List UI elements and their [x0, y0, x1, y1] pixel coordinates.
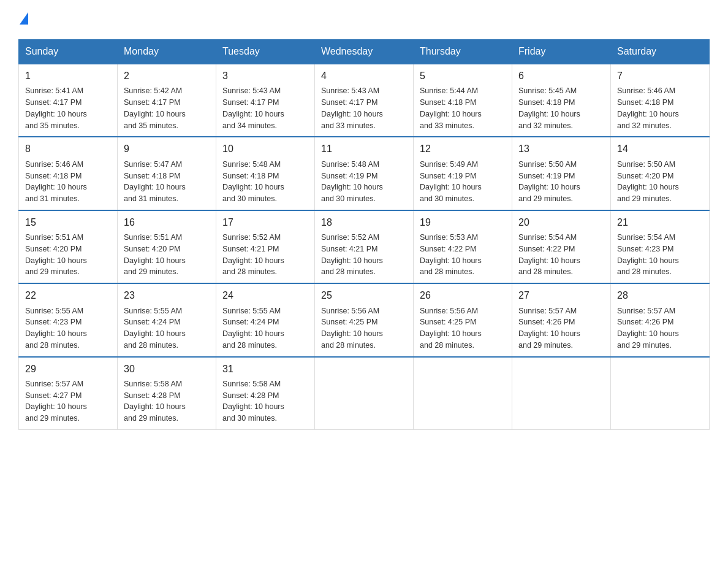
day-number: 16 — [124, 216, 210, 229]
day-info: Sunrise: 5:55 AMSunset: 4:24 PMDaylight:… — [124, 305, 210, 351]
day-number: 13 — [518, 142, 604, 156]
day-info: Sunrise: 5:45 AMSunset: 4:18 PMDaylight:… — [518, 85, 604, 131]
day-info: Sunrise: 5:57 AMSunset: 4:26 PMDaylight:… — [518, 305, 604, 351]
calendar-cell: 23Sunrise: 5:55 AMSunset: 4:24 PMDayligh… — [118, 283, 216, 356]
calendar-cell: 10Sunrise: 5:48 AMSunset: 4:18 PMDayligh… — [216, 137, 315, 210]
day-info: Sunrise: 5:42 AMSunset: 4:17 PMDaylight:… — [124, 85, 210, 131]
calendar-cell: 26Sunrise: 5:56 AMSunset: 4:25 PMDayligh… — [414, 283, 512, 356]
day-info: Sunrise: 5:55 AMSunset: 4:23 PMDaylight:… — [25, 305, 111, 351]
calendar-cell: 6Sunrise: 5:45 AMSunset: 4:18 PMDaylight… — [512, 64, 611, 137]
day-number: 10 — [222, 142, 308, 156]
day-info: Sunrise: 5:51 AMSunset: 4:20 PMDaylight:… — [124, 232, 210, 278]
calendar-cell: 16Sunrise: 5:51 AMSunset: 4:20 PMDayligh… — [118, 210, 216, 283]
day-info: Sunrise: 5:57 AMSunset: 4:27 PMDaylight:… — [25, 378, 111, 424]
logo-triangle-icon — [20, 12, 28, 25]
calendar-header-saturday: Saturday — [611, 40, 710, 64]
day-number: 23 — [124, 289, 210, 302]
calendar-cell: 8Sunrise: 5:46 AMSunset: 4:18 PMDaylight… — [19, 137, 118, 210]
calendar-week-row: 29Sunrise: 5:57 AMSunset: 4:27 PMDayligh… — [19, 357, 710, 430]
day-number: 1 — [25, 69, 111, 83]
calendar-cell: 1Sunrise: 5:41 AMSunset: 4:17 PMDaylight… — [19, 64, 118, 137]
day-number: 17 — [222, 216, 308, 229]
calendar-cell: 24Sunrise: 5:55 AMSunset: 4:24 PMDayligh… — [216, 283, 315, 356]
calendar-cell: 28Sunrise: 5:57 AMSunset: 4:26 PMDayligh… — [611, 283, 710, 356]
day-number: 19 — [420, 216, 506, 229]
day-number: 20 — [518, 216, 604, 229]
day-number: 7 — [617, 69, 703, 83]
day-number: 12 — [420, 142, 506, 156]
day-info: Sunrise: 5:48 AMSunset: 4:18 PMDaylight:… — [222, 159, 308, 205]
day-number: 24 — [222, 289, 308, 302]
day-info: Sunrise: 5:43 AMSunset: 4:17 PMDaylight:… — [321, 85, 407, 131]
day-info: Sunrise: 5:50 AMSunset: 4:19 PMDaylight:… — [518, 159, 604, 205]
day-info: Sunrise: 5:57 AMSunset: 4:26 PMDaylight:… — [617, 305, 703, 351]
day-info: Sunrise: 5:56 AMSunset: 4:25 PMDaylight:… — [420, 305, 506, 351]
calendar-week-row: 15Sunrise: 5:51 AMSunset: 4:20 PMDayligh… — [19, 210, 710, 283]
day-info: Sunrise: 5:41 AMSunset: 4:17 PMDaylight:… — [25, 85, 111, 131]
day-number: 14 — [617, 142, 703, 156]
calendar-cell: 2Sunrise: 5:42 AMSunset: 4:17 PMDaylight… — [118, 64, 216, 137]
calendar-cell: 17Sunrise: 5:52 AMSunset: 4:21 PMDayligh… — [216, 210, 315, 283]
calendar-cell: 20Sunrise: 5:54 AMSunset: 4:22 PMDayligh… — [512, 210, 611, 283]
calendar-cell: 29Sunrise: 5:57 AMSunset: 4:27 PMDayligh… — [19, 357, 118, 430]
day-number: 27 — [518, 289, 604, 302]
day-number: 6 — [518, 69, 604, 83]
calendar-cell: 18Sunrise: 5:52 AMSunset: 4:21 PMDayligh… — [315, 210, 414, 283]
calendar-cell: 31Sunrise: 5:58 AMSunset: 4:28 PMDayligh… — [216, 357, 315, 430]
day-info: Sunrise: 5:47 AMSunset: 4:18 PMDaylight:… — [124, 159, 210, 205]
day-number: 3 — [222, 69, 308, 83]
day-number: 2 — [124, 69, 210, 83]
calendar-cell: 14Sunrise: 5:50 AMSunset: 4:20 PMDayligh… — [611, 137, 710, 210]
day-info: Sunrise: 5:54 AMSunset: 4:22 PMDaylight:… — [518, 232, 604, 278]
day-number: 18 — [321, 216, 407, 229]
day-info: Sunrise: 5:52 AMSunset: 4:21 PMDaylight:… — [222, 232, 308, 278]
calendar-header-thursday: Thursday — [414, 40, 512, 64]
logo — [18, 12, 28, 27]
calendar-week-row: 1Sunrise: 5:41 AMSunset: 4:17 PMDaylight… — [19, 64, 710, 137]
calendar-cell: 25Sunrise: 5:56 AMSunset: 4:25 PMDayligh… — [315, 283, 414, 356]
day-info: Sunrise: 5:46 AMSunset: 4:18 PMDaylight:… — [617, 85, 703, 131]
day-info: Sunrise: 5:51 AMSunset: 4:20 PMDaylight:… — [25, 232, 111, 278]
calendar-cell — [414, 357, 512, 430]
day-number: 9 — [124, 142, 210, 156]
calendar-cell: 27Sunrise: 5:57 AMSunset: 4:26 PMDayligh… — [512, 283, 611, 356]
day-info: Sunrise: 5:56 AMSunset: 4:25 PMDaylight:… — [321, 305, 407, 351]
day-number: 25 — [321, 289, 407, 302]
calendar-cell: 5Sunrise: 5:44 AMSunset: 4:18 PMDaylight… — [414, 64, 512, 137]
day-info: Sunrise: 5:52 AMSunset: 4:21 PMDaylight:… — [321, 232, 407, 278]
day-number: 8 — [25, 142, 111, 156]
calendar-cell: 15Sunrise: 5:51 AMSunset: 4:20 PMDayligh… — [19, 210, 118, 283]
calendar-header-monday: Monday — [118, 40, 216, 64]
calendar-week-row: 22Sunrise: 5:55 AMSunset: 4:23 PMDayligh… — [19, 283, 710, 356]
day-number: 5 — [420, 69, 506, 83]
day-number: 28 — [617, 289, 703, 302]
day-number: 30 — [124, 362, 210, 376]
calendar-cell: 22Sunrise: 5:55 AMSunset: 4:23 PMDayligh… — [19, 283, 118, 356]
day-info: Sunrise: 5:44 AMSunset: 4:18 PMDaylight:… — [420, 85, 506, 131]
day-info: Sunrise: 5:53 AMSunset: 4:22 PMDaylight:… — [420, 232, 506, 278]
calendar-cell — [315, 357, 414, 430]
calendar-cell: 21Sunrise: 5:54 AMSunset: 4:23 PMDayligh… — [611, 210, 710, 283]
page-header — [18, 12, 710, 27]
day-info: Sunrise: 5:49 AMSunset: 4:19 PMDaylight:… — [420, 159, 506, 205]
day-number: 22 — [25, 289, 111, 302]
day-number: 31 — [222, 362, 308, 376]
calendar-cell: 9Sunrise: 5:47 AMSunset: 4:18 PMDaylight… — [118, 137, 216, 210]
calendar-header-row: SundayMondayTuesdayWednesdayThursdayFrid… — [19, 40, 710, 64]
day-info: Sunrise: 5:58 AMSunset: 4:28 PMDaylight:… — [124, 378, 210, 424]
calendar-header-friday: Friday — [512, 40, 611, 64]
calendar-cell: 12Sunrise: 5:49 AMSunset: 4:19 PMDayligh… — [414, 137, 512, 210]
day-info: Sunrise: 5:58 AMSunset: 4:28 PMDaylight:… — [222, 378, 308, 424]
day-number: 4 — [321, 69, 407, 83]
calendar-cell: 7Sunrise: 5:46 AMSunset: 4:18 PMDaylight… — [611, 64, 710, 137]
day-number: 11 — [321, 142, 407, 156]
calendar-cell: 30Sunrise: 5:58 AMSunset: 4:28 PMDayligh… — [118, 357, 216, 430]
day-info: Sunrise: 5:55 AMSunset: 4:24 PMDaylight:… — [222, 305, 308, 351]
day-info: Sunrise: 5:50 AMSunset: 4:20 PMDaylight:… — [617, 159, 703, 205]
calendar-header-tuesday: Tuesday — [216, 40, 315, 64]
calendar-header-sunday: Sunday — [19, 40, 118, 64]
day-info: Sunrise: 5:43 AMSunset: 4:17 PMDaylight:… — [222, 85, 308, 131]
day-info: Sunrise: 5:46 AMSunset: 4:18 PMDaylight:… — [25, 159, 111, 205]
day-number: 15 — [25, 216, 111, 229]
calendar-cell: 11Sunrise: 5:48 AMSunset: 4:19 PMDayligh… — [315, 137, 414, 210]
